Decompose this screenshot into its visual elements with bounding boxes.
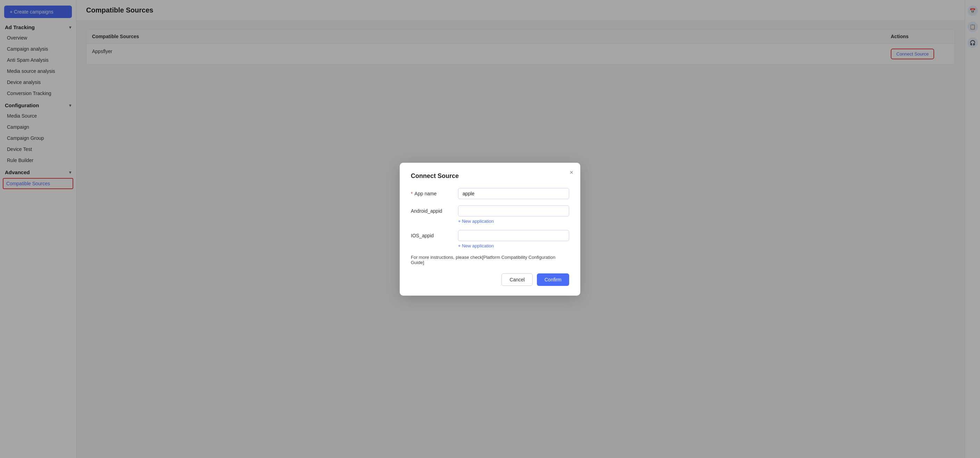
modal-close-button[interactable]: × bbox=[570, 169, 573, 176]
android-appid-label: Android_appid bbox=[411, 205, 452, 214]
ios-appid-label: IOS_appid bbox=[411, 230, 452, 238]
modal-note: For more instructions, please check[Plat… bbox=[411, 255, 569, 265]
form-row-android-appid: Android_appid + New application bbox=[411, 205, 569, 224]
modal-actions: Cancel Confirm bbox=[411, 273, 569, 286]
cancel-button[interactable]: Cancel bbox=[501, 273, 533, 286]
connect-source-modal: Connect Source × * App name Android_appi… bbox=[400, 163, 580, 296]
required-indicator: * bbox=[411, 191, 412, 197]
form-row-ios-appid: IOS_appid + New application bbox=[411, 230, 569, 249]
android-new-application-link[interactable]: + New application bbox=[458, 219, 569, 224]
app-name-label: * App name bbox=[411, 188, 452, 197]
form-row-app-name: * App name bbox=[411, 188, 569, 199]
app-name-input[interactable] bbox=[458, 188, 569, 199]
android-appid-field-group: + New application bbox=[458, 205, 569, 224]
modal-overlay[interactable]: Connect Source × * App name Android_appi… bbox=[0, 0, 980, 458]
android-appid-input[interactable] bbox=[458, 205, 569, 217]
ios-appid-input[interactable] bbox=[458, 230, 569, 241]
confirm-button[interactable]: Confirm bbox=[537, 273, 569, 286]
modal-title: Connect Source bbox=[411, 173, 569, 180]
ios-new-application-link[interactable]: + New application bbox=[458, 243, 569, 249]
ios-appid-field-group: + New application bbox=[458, 230, 569, 249]
app-name-field-group bbox=[458, 188, 569, 199]
